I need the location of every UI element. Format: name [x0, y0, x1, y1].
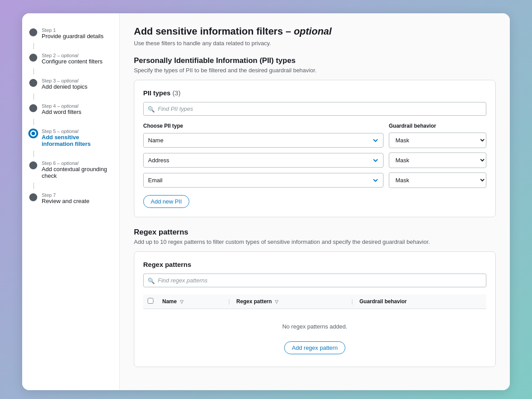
regex-empty-message: No regex patterns added.: [282, 323, 348, 330]
step-connector-6: [33, 183, 34, 189]
regex-col-name-header: Name ▽: [158, 294, 228, 309]
step3-label-main: Add denied topics: [42, 83, 87, 90]
step-connector-1: [33, 43, 34, 49]
regex-table: Name ▽ | Regex pattern ▽ |: [143, 294, 486, 358]
pii-section-desc: Specify the types of PII to be filtered …: [134, 67, 496, 74]
step3-dot: [29, 79, 37, 87]
pii-card: PII types (3) 🔍 Choose PII type Guardrai…: [134, 80, 496, 217]
main-content: Add sensitive information filters – opti…: [120, 13, 510, 390]
regex-search-icon: 🔍: [148, 277, 155, 284]
step6-label-main: Add contextual grounding check: [42, 166, 112, 179]
step4-label-top: Step 4 – optional: [42, 103, 82, 109]
pii-type-select-2[interactable]: Email Name Address Phone SSN: [143, 173, 383, 188]
pii-section-title: Personally Identifiable Information (PII…: [134, 56, 496, 65]
page-title: Add sensitive information filters – opti…: [134, 26, 496, 37]
pii-search-input[interactable]: [143, 102, 486, 116]
step4-dot: [29, 104, 37, 112]
step5-dot: [29, 129, 37, 137]
pii-col-guardrail-label: Guardrail behavior: [389, 123, 486, 129]
step5-label-top: Step 5 – optional: [42, 129, 112, 134]
step7-label-top: Step 7: [42, 192, 90, 198]
step6-label-top: Step 6 – optional: [42, 160, 112, 166]
step3-item[interactable]: Step 3 – optional Add denied topics: [22, 74, 119, 94]
step5-item[interactable]: Step 5 – optional Add sensitive informat…: [22, 125, 119, 151]
pii-row-0: Name Address Email Phone SSN Mask Block: [143, 133, 486, 148]
step4-label-main: Add word filters: [42, 109, 82, 115]
pii-search-icon: 🔍: [148, 106, 155, 112]
regex-col-divider-1: |: [228, 294, 232, 309]
step7-item[interactable]: Step 7 Review and create: [22, 189, 119, 208]
regex-card: Regex patterns 🔍 Name ▽: [134, 251, 496, 367]
step2-label-main: Configure content filters: [42, 58, 102, 65]
step2-label-top: Step 2 – optional: [42, 53, 102, 58]
add-new-pii-button[interactable]: Add new PII: [143, 195, 189, 208]
step7-dot: [29, 193, 37, 201]
step1-label-main: Provide guardrail details: [42, 33, 103, 39]
step5-label-main: Add sensitive information filters: [42, 134, 112, 147]
pii-guardrail-select-1[interactable]: Mask Block: [389, 153, 486, 168]
step2-item[interactable]: Step 2 – optional Configure content filt…: [22, 49, 119, 68]
step-connector-2: [33, 68, 34, 74]
pii-col-headers: Choose PII type Guardrail behavior: [143, 123, 486, 129]
step-connector-5: [33, 151, 34, 157]
step-connector-4: [33, 119, 34, 125]
regex-search-input[interactable]: [143, 274, 486, 287]
regex-col-divider-2: |: [352, 294, 355, 309]
step3-label-top: Step 3 – optional: [42, 78, 87, 83]
pattern-sort-icon[interactable]: ▽: [275, 299, 278, 304]
step1-label-top: Step 1: [42, 27, 103, 33]
regex-add-row: Add regex pattern: [143, 335, 486, 358]
name-sort-icon[interactable]: ▽: [180, 299, 184, 304]
step6-item[interactable]: Step 6 – optional Add contextual groundi…: [22, 157, 119, 183]
step1-dot: [29, 28, 37, 36]
sidebar: Step 1 Provide guardrail details Step 2 …: [22, 13, 120, 390]
regex-col-guardrail-header: Guardrail behavior: [355, 294, 486, 309]
pii-row-2: Email Name Address Phone SSN Mask Block: [143, 172, 486, 188]
step6-dot: [29, 161, 37, 169]
regex-section-desc: Add up to 10 regex patterns to filter cu…: [134, 239, 496, 245]
regex-col-pattern-header: Regex pattern ▽: [232, 294, 352, 309]
pii-guardrail-select-2[interactable]: Mask Block: [389, 172, 486, 188]
page-subtitle: Use these filters to handle any data rel…: [134, 40, 496, 47]
pii-row-1: Address Name Email Phone SSN Mask Block: [143, 153, 486, 168]
main-card: Step 1 Provide guardrail details Step 2 …: [22, 13, 510, 390]
step7-label-main: Review and create: [42, 198, 90, 204]
regex-card-title: Regex patterns: [143, 261, 486, 268]
pii-col-type-label: Choose PII type: [143, 123, 383, 129]
pii-guardrail-select-0[interactable]: Mask Block: [389, 133, 486, 148]
pii-card-title: PII types (3): [143, 89, 486, 97]
regex-search-bar: 🔍: [143, 274, 486, 287]
pii-type-select-1[interactable]: Address Name Email Phone SSN: [143, 153, 383, 168]
regex-select-all-checkbox[interactable]: [148, 298, 153, 304]
add-regex-pattern-button[interactable]: Add regex pattern: [284, 341, 345, 354]
step-connector-3: [33, 94, 34, 100]
pii-search-bar: 🔍: [143, 102, 486, 116]
step2-dot: [29, 54, 37, 62]
regex-empty-row: No regex patterns added.: [143, 309, 486, 336]
regex-section-title: Regex patterns: [134, 228, 496, 237]
step4-item[interactable]: Step 4 – optional Add word filters: [22, 100, 119, 119]
pii-type-select-0[interactable]: Name Address Email Phone SSN: [143, 133, 383, 148]
regex-col-checkbox: [143, 294, 158, 309]
step1-item[interactable]: Step 1 Provide guardrail details: [22, 24, 119, 43]
